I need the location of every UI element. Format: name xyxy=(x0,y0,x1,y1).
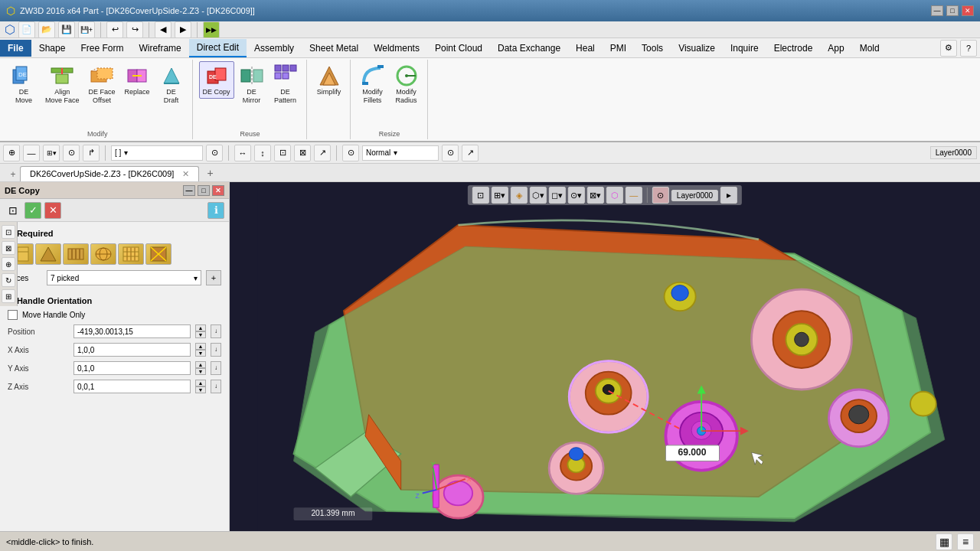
vp-btn5[interactable]: ◻▾ xyxy=(549,187,566,204)
z-axis-down-btn[interactable]: ▼ xyxy=(195,386,206,393)
faces-dropdown[interactable]: 7 picked ▾ xyxy=(47,270,201,285)
de-face-offset-btn[interactable]: DE FaceOffset xyxy=(85,61,119,107)
menu-assembly[interactable]: Assembly xyxy=(247,40,302,57)
panel-ok-btn[interactable]: ✓ xyxy=(24,202,41,219)
align-move-face-btn[interactable]: AlignMove Face xyxy=(41,61,83,107)
vp-btn10[interactable]: ⊙ xyxy=(652,187,669,204)
open-btn[interactable]: 📂 xyxy=(38,21,55,38)
y-axis-extra-btn[interactable]: ↓ xyxy=(211,361,221,375)
help-btn[interactable]: ? xyxy=(960,40,977,57)
x-axis-input[interactable]: 1,0,0 xyxy=(74,343,191,357)
de-move-btn[interactable]: DE DEMove xyxy=(8,61,40,107)
snap5-btn[interactable]: ↱ xyxy=(83,145,100,161)
layer-vp-label[interactable]: Layer0000 xyxy=(671,190,718,201)
face-icon-5[interactable] xyxy=(145,243,172,265)
menu-wireframe[interactable]: Wireframe xyxy=(131,40,188,57)
menu-direct-edit[interactable]: Direct Edit xyxy=(189,39,247,57)
position-extra-btn[interactable]: ↓ xyxy=(211,324,221,338)
panel-close-btn[interactable]: ✕ xyxy=(212,185,224,196)
handle-orientation-header[interactable]: ▼ Handle Orientation xyxy=(5,294,224,308)
save-all-btn[interactable]: 💾+ xyxy=(78,21,95,38)
x-axis-down-btn[interactable]: ▼ xyxy=(195,350,206,357)
position-input[interactable]: -419,30.0013,15 xyxy=(74,324,191,338)
status-btn-1[interactable]: ▦ xyxy=(936,533,952,550)
new-btn[interactable]: 📄 xyxy=(18,21,35,38)
close-button[interactable]: ✕ xyxy=(962,5,974,16)
position-down-btn[interactable]: ▼ xyxy=(195,331,206,338)
z-axis-extra-btn[interactable]: ↓ xyxy=(211,380,221,393)
display-opt2[interactable]: ↗ xyxy=(462,145,479,161)
vp-arrow-btn[interactable]: ▸ xyxy=(720,187,737,204)
normal-dropdown[interactable]: Normal ▾ xyxy=(362,145,439,161)
status-btn-2[interactable]: ≡ xyxy=(957,533,974,550)
view-btn4[interactable]: ⊠ xyxy=(294,145,311,161)
side-btn-4[interactable]: ↻ xyxy=(2,273,15,287)
menu-freeform[interactable]: Free Form xyxy=(73,40,131,57)
panel-info-btn[interactable]: ℹ xyxy=(207,202,224,219)
menu-mold[interactable]: Mold xyxy=(852,40,887,57)
replace-btn[interactable]: Replace xyxy=(121,61,154,99)
vp-btn2[interactable]: ⊞▾ xyxy=(492,187,508,204)
minimize-button[interactable]: — xyxy=(931,5,943,16)
vp-btn4[interactable]: ⬡▾ xyxy=(530,187,547,204)
menu-electrode[interactable]: Electrode xyxy=(766,40,821,57)
y-axis-up-btn[interactable]: ▲ xyxy=(195,361,206,368)
de-mirror-btn[interactable]: DEMirror xyxy=(236,61,268,107)
y-axis-down-btn[interactable]: ▼ xyxy=(195,368,206,375)
menu-point-cloud[interactable]: Point Cloud xyxy=(427,40,490,57)
settings-btn[interactable]: ⚙ xyxy=(940,40,957,57)
vp-btn1[interactable]: ⊡ xyxy=(472,187,489,204)
save-btn[interactable]: 💾 xyxy=(58,21,75,38)
menu-file[interactable]: File xyxy=(0,40,31,57)
viewport[interactable]: 69.000 X Y Z 201.399 mm xyxy=(230,182,980,531)
view-btn2[interactable]: ↕ xyxy=(254,145,271,161)
forward-btn[interactable]: ▶ xyxy=(175,21,191,38)
vp-btn7[interactable]: ⊠▾ xyxy=(587,187,604,204)
simplify-btn[interactable]: Simplify xyxy=(313,61,345,99)
menu-visualize[interactable]: Visualize xyxy=(671,40,723,57)
menu-sheet-metal[interactable]: Sheet Metal xyxy=(302,40,366,57)
run-btn[interactable]: ▶▶ xyxy=(203,21,220,38)
menu-tools[interactable]: Tools xyxy=(634,40,671,57)
vp-btn6[interactable]: ⊙▾ xyxy=(568,187,585,204)
x-axis-extra-btn[interactable]: ↓ xyxy=(211,343,221,357)
view-btn3[interactable]: ⊡ xyxy=(274,145,291,161)
panel-restore-btn[interactable]: □ xyxy=(198,185,210,196)
tab-add-left[interactable]: + xyxy=(6,168,20,181)
panel-cancel-btn[interactable]: ✕ xyxy=(44,202,61,219)
side-btn-5[interactable]: ⊞ xyxy=(2,289,15,303)
z-axis-input[interactable]: 0,0,1 xyxy=(74,380,191,393)
face-icon-3[interactable] xyxy=(90,243,116,265)
menu-weldments[interactable]: Weldments xyxy=(366,40,427,57)
menu-pmi[interactable]: PMI xyxy=(603,40,634,57)
maximize-button[interactable]: □ xyxy=(946,5,959,16)
snap-btn[interactable]: ⊕ xyxy=(3,145,20,161)
face-icon-4[interactable] xyxy=(118,243,144,265)
z-axis-up-btn[interactable]: ▲ xyxy=(195,380,206,386)
display-opt1[interactable]: ⊙ xyxy=(442,145,459,161)
side-btn-1[interactable]: ⊡ xyxy=(2,225,15,239)
modify-fillets-btn[interactable]: ModifyFillets xyxy=(357,61,389,107)
required-section-header[interactable]: ▼ Required xyxy=(5,227,224,240)
face-icon-1[interactable] xyxy=(35,243,61,265)
menu-inquire[interactable]: Inquire xyxy=(723,40,766,57)
menu-app[interactable]: App xyxy=(820,40,851,57)
face-icon-2[interactable] xyxy=(63,243,89,265)
modify-radius-btn[interactable]: ModifyRadius xyxy=(390,61,423,107)
menu-shape[interactable]: Shape xyxy=(31,40,74,57)
de-pattern-btn[interactable]: DEPattern xyxy=(270,61,302,107)
side-btn-3[interactable]: ⊕ xyxy=(2,257,15,271)
snap2-btn[interactable]: — xyxy=(23,145,40,161)
de-copy-btn[interactable]: DE DE Copy xyxy=(199,61,234,99)
x-axis-up-btn[interactable]: ▲ xyxy=(195,343,206,350)
coord-btn[interactable]: ⊙ xyxy=(206,145,223,161)
tab-close-icon[interactable]: ✕ xyxy=(182,169,189,178)
coord-dropdown[interactable]: [ ] ▾ xyxy=(111,145,203,161)
display-btn[interactable]: ⊙ xyxy=(342,145,359,161)
vp-btn9[interactable]: — xyxy=(626,187,642,204)
de-draft-btn[interactable]: DEDraft xyxy=(155,61,188,107)
view-btn5[interactable]: ↗ xyxy=(314,145,331,161)
view-btn1[interactable]: ↔ xyxy=(234,145,251,161)
snap4-btn[interactable]: ⊙ xyxy=(63,145,80,161)
position-up-btn[interactable]: ▲ xyxy=(195,324,206,331)
